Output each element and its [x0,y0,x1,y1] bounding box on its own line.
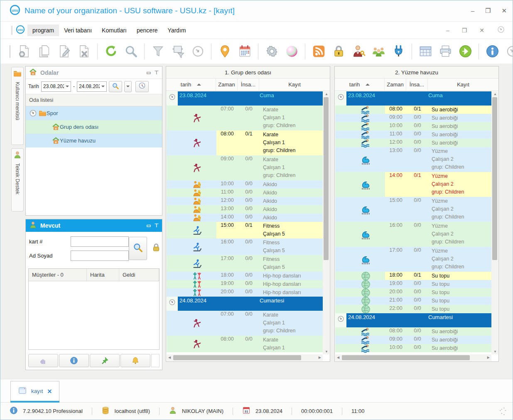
table-grid-button[interactable] [417,43,434,60]
schedule-slot-row[interactable]: 22:00 0/0 Su topu [335,305,491,313]
edit-document-button[interactable] [55,43,73,60]
schedule-slot-row[interactable]: 17:00 0/0 YüzmeÇalışan 2grup: Children [335,247,491,272]
date-row[interactable]: 24.08.2024 Cumartesi [335,313,491,327]
card-number-input[interactable] [71,236,129,247]
menu-item-yardım[interactable]: Yardım [163,25,191,36]
rss-button[interactable] [310,43,327,60]
schedule-slot-row[interactable]: 14:00 0/1 YüzmeÇalışan 2grup: Children [335,172,491,197]
new-document-button[interactable] [15,43,33,60]
schedule-slot-row[interactable]: 08:00 0/1 Su aerobiği [335,106,491,114]
collapse-icon[interactable] [337,315,344,322]
dock-tab-tech-support[interactable]: Teknik Destek [11,148,24,211]
search-button[interactable] [122,43,140,60]
schedule-slot-row[interactable]: 18:00 0/0 Hip-hop dansları [167,272,323,280]
panel-maximize-icon[interactable]: ▭ [146,223,151,228]
calendar-button[interactable] [236,43,253,60]
schedule-slot-row[interactable]: 14:00 0/0 Aikido [167,214,323,222]
column-header-insan[interactable]: İnsa... [238,79,259,91]
maximize-button[interactable]: ❐ [485,7,491,15]
user-key-button[interactable] [350,43,367,60]
schedule-slot-row[interactable]: 07:00 0/0 KarateÇalışan 1grup: Children [167,106,323,130]
schedule-slot-row[interactable]: 11:00 0/0 Su aerobiği [335,130,491,139]
mdi-menu-icon[interactable] [497,25,505,34]
schedule-slot-row[interactable]: 12:00 0/0 Su aerobiği [335,139,491,147]
column-header-harita[interactable]: Harita [87,269,119,281]
tree-item-grup-ders-odası[interactable]: Grup ders odası [26,120,162,134]
schedule-slot-row[interactable]: 16:00 0/0 FitnessÇalışan 5 [167,238,323,255]
clock-button[interactable] [135,81,149,92]
copy-document-button[interactable] [35,43,53,60]
schedule-slot-row[interactable]: 19:00 0/0 Su topu [335,280,491,288]
footer-input-area[interactable] [151,354,160,367]
delete-document-button[interactable] [75,43,93,60]
column-header-geldi[interactable]: Geldi [119,269,159,281]
settings-gear-button[interactable] [263,43,280,60]
schedule-slot-row[interactable]: 20:00 0/0 Su topu [335,288,491,297]
expand-icon[interactable] [29,109,36,116]
schedule-slot-row[interactable]: 13:00 0/0 YüzmeÇalışan 2grup: Children [335,147,491,172]
full-name-input[interactable] [71,251,129,261]
schedule-slot-row[interactable]: 15:00 0/0 YüzmeÇalışan 2grup: Children [335,197,491,222]
column-header-zaman[interactable]: Zaman [216,79,238,91]
schedule-slot-row[interactable]: 08:00 0/0 Su aerobiği [335,327,491,336]
mdi-restore-button[interactable]: ❐ [462,27,467,34]
schedule-slot-row[interactable]: 17:00 0/0 FitnessÇalışan 5 [167,255,323,272]
menu-item-komutları[interactable]: Komutları [97,25,132,36]
color-sphere-button[interactable] [283,43,300,60]
menu-item-program[interactable]: program [27,25,59,36]
date-to-field[interactable]: 24.08.2024 [77,81,107,92]
schedule-slot-row[interactable]: 20:00 0/0 Hip-hop dansları [167,288,323,297]
schedule-slot-row[interactable]: 11:00 0/0 Aikido [167,189,323,197]
tree-item-spor[interactable]: Spor [26,106,162,120]
panel-pin-icon[interactable]: ⊤ [155,223,159,228]
hand-button[interactable] [28,354,58,367]
mdi-minimize-button[interactable]: – [446,27,449,34]
schedule-slot-row[interactable]: 08:00 0/1 KarateÇalışan 1grup: Children [167,130,323,155]
dropdown-circle-button[interactable] [503,43,513,60]
search-options-button[interactable] [124,81,132,92]
menu-item-veri-tabanı[interactable]: Veri tabanı [59,25,97,36]
schedule-slot-row[interactable]: 09:00 0/0 Su aerobiği [335,336,491,344]
column-header-insan[interactable]: İnsa... [406,79,428,91]
schedule-slot-row[interactable]: 10:00 0/0 Aikido [167,180,323,189]
column-header-zaman[interactable]: Zaman [385,79,406,91]
schedule-slot-row[interactable]: 10:00 0/0 Su aerobiği [335,344,491,352]
schedule-slot-row[interactable]: 09:00 0/0 Su aerobiği [335,114,491,122]
filter-button[interactable] [149,43,167,60]
date-from-field[interactable]: 23.08.2024 [41,81,71,92]
horizontal-scrollbar[interactable]: ◀▶ [167,354,323,361]
column-header-kayit[interactable]: Kayıt [259,79,330,91]
date-row[interactable]: 24.08.2024 Cumartesi [167,297,323,311]
dock-tab-user-menu[interactable]: Kullanıcı menüsü [11,67,24,145]
chevron-down-icon[interactable] [64,82,71,91]
schedule-slot-row[interactable]: 13:00 0/0 Aikido [167,205,323,214]
bell-button[interactable] [120,354,150,367]
collapse-icon[interactable] [169,93,176,101]
plug-button[interactable] [390,43,407,60]
schedule-slot-row[interactable]: 12:00 0/0 Aikido [167,197,323,205]
info-button[interactable] [59,354,89,367]
mdi-menu-icon[interactable] [497,25,505,35]
location-pin-button[interactable] [216,43,233,60]
dropdown-circle-button[interactable] [189,43,206,60]
schedule-slot-row[interactable]: 16:00 0/0 YüzmeÇalışan 2grup: Children [335,222,491,247]
horizontal-scrollbar[interactable]: ◀▶ [335,354,491,361]
schedule-slot-row[interactable]: 21:00 0/0 Su topu [335,297,491,305]
users-group-button[interactable] [370,43,387,60]
search-client-button[interactable] [129,237,147,260]
collapse-icon[interactable] [337,93,344,101]
search-rooms-button[interactable] [109,81,122,92]
vertical-scrollbar[interactable]: ▲▼ [491,91,498,354]
collapse-icon[interactable] [169,299,176,306]
schedule-slot-row[interactable]: 19:00 0/0 Hip-hop dansları [167,280,323,288]
tree-item-yüzme-havuzu[interactable]: Yüzme havuzu [26,134,162,147]
mdi-close-button[interactable]: ✕ [479,27,484,34]
lock-button[interactable] [330,43,347,60]
panel-maximize-icon[interactable]: ▭ [146,70,151,76]
schedule-slot-row[interactable]: 09:00 0/0 KarateÇalışan 1grup: Children [167,155,323,180]
tab-kayit[interactable]: kayıt ✕ [10,381,59,401]
printer-button[interactable] [437,43,454,60]
pin-green-button[interactable] [90,354,120,367]
column-header-tarih[interactable]: tarih [335,79,385,91]
date-row[interactable]: 23.08.2024 Cuma [335,91,491,106]
